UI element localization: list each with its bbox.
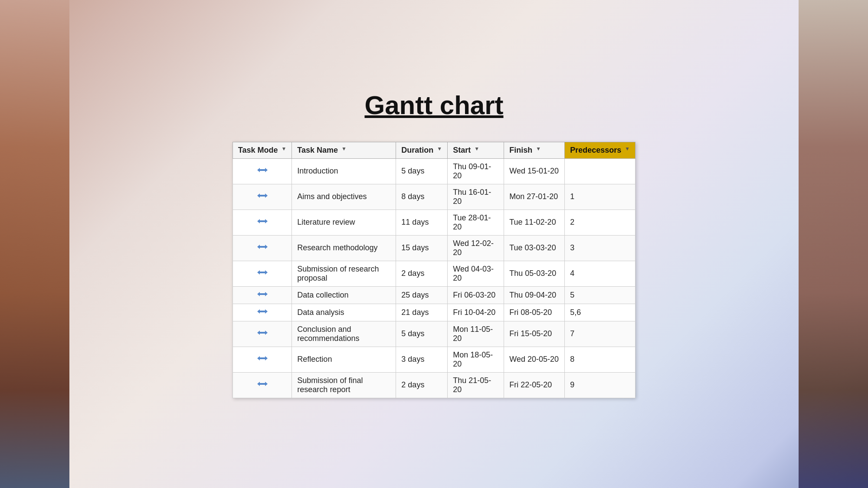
svg-marker-22: [257, 331, 260, 335]
finish-cell: Mon 27-01-20: [504, 184, 565, 210]
predecessors-cell: 8: [565, 347, 635, 372]
task-name-cell: Research methodology: [292, 235, 396, 261]
predecessors-cell: 2: [565, 210, 635, 235]
task-mode-cell: [233, 372, 292, 398]
svg-marker-20: [265, 309, 268, 314]
start-cell: Wed 04-03-20: [448, 261, 504, 286]
finish-filter-icon[interactable]: ▼: [536, 146, 541, 152]
duration-cell: 8 days: [396, 184, 448, 210]
finish-cell: Tue 11-02-20: [504, 210, 565, 235]
header-finish: Finish ▼: [504, 142, 565, 158]
svg-marker-5: [265, 193, 268, 198]
duration-cell: 21 days: [396, 304, 448, 321]
header-duration: Duration ▼: [396, 142, 448, 158]
predecessors-cell: 5,6: [565, 304, 635, 321]
duration-cell: 2 days: [396, 261, 448, 286]
task-mode-icon: [257, 243, 268, 253]
start-cell: Mon 11-05-20: [448, 321, 504, 347]
predecessors-cell: 1: [565, 184, 635, 210]
duration-cell: 3 days: [396, 347, 448, 372]
start-cell: Tue 28-01-20: [448, 210, 504, 235]
finish-cell: Fri 22-05-20: [504, 372, 565, 398]
task-mode-cell: [233, 158, 292, 184]
header-task-name: Task Name ▼: [292, 142, 396, 158]
page-container: Gantt chart Task Mode ▼ Task Name ▼: [0, 82, 868, 407]
table-row: Aims and objectives8 daysThu 16-01-20Mon…: [233, 184, 635, 210]
table-row: Conclusion and recommendations5 daysMon …: [233, 321, 635, 347]
header-predecessors: Predecessors ▼: [565, 142, 635, 158]
page-title: Gantt chart: [364, 90, 503, 120]
start-cell: Fri 06-03-20: [448, 286, 504, 304]
start-cell: Mon 18-05-20: [448, 347, 504, 372]
table-row: Data analysis21 daysFri 10-04-20Fri 08-0…: [233, 304, 635, 321]
duration-cell: 5 days: [396, 158, 448, 184]
start-cell: Thu 21-05-20: [448, 372, 504, 398]
table-row: Research methodology15 daysWed 12-02-20T…: [233, 235, 635, 261]
task-name-cell: Conclusion and recommendations: [292, 321, 396, 347]
start-cell: Fri 10-04-20: [448, 304, 504, 321]
duration-cell: 15 days: [396, 235, 448, 261]
svg-marker-8: [265, 219, 268, 223]
header-task-mode: Task Mode ▼: [233, 142, 292, 158]
task-name-cell: Literature review: [292, 210, 396, 235]
task-name-cell: Data analysis: [292, 304, 396, 321]
svg-marker-17: [265, 292, 268, 296]
svg-marker-4: [257, 193, 260, 198]
task-mode-cell: [233, 347, 292, 372]
task-mode-icon: [257, 192, 268, 202]
task-name-filter-icon[interactable]: ▼: [341, 146, 347, 152]
table-row: Submission of research proposal2 daysWed…: [233, 261, 635, 286]
start-cell: Wed 12-02-20: [448, 235, 504, 261]
start-filter-icon[interactable]: ▼: [474, 146, 479, 152]
task-mode-icon: [257, 329, 268, 339]
task-name-cell: Submission of final research report: [292, 372, 396, 398]
task-name-cell: Submission of research proposal: [292, 261, 396, 286]
gantt-table: Task Mode ▼ Task Name ▼ Duration ▼: [233, 142, 635, 398]
task-mode-icon: [257, 269, 268, 278]
svg-marker-28: [257, 382, 260, 386]
svg-marker-16: [257, 292, 260, 296]
task-mode-cell: [233, 304, 292, 321]
predecessors-cell: 5: [565, 286, 635, 304]
duration-filter-icon[interactable]: ▼: [437, 146, 442, 152]
task-mode-icon: [257, 354, 268, 364]
predecessors-cell: 7: [565, 321, 635, 347]
task-mode-cell: [233, 261, 292, 286]
task-name-cell: Introduction: [292, 158, 396, 184]
svg-marker-23: [265, 331, 268, 335]
task-mode-icon: [257, 308, 268, 318]
start-cell: Thu 09-01-20: [448, 158, 504, 184]
svg-marker-2: [265, 168, 268, 172]
predecessors-cell: 9: [565, 372, 635, 398]
predecessors-filter-icon[interactable]: ▼: [625, 146, 630, 152]
table-row: Reflection3 daysMon 18-05-20Wed 20-05-20…: [233, 347, 635, 372]
predecessors-cell: 3: [565, 235, 635, 261]
task-mode-cell: [233, 286, 292, 304]
svg-marker-26: [265, 356, 268, 360]
duration-cell: 5 days: [396, 321, 448, 347]
table-row: Data collection25 daysFri 06-03-20Thu 09…: [233, 286, 635, 304]
svg-marker-1: [257, 168, 260, 172]
svg-marker-13: [257, 270, 260, 275]
finish-cell: Fri 08-05-20: [504, 304, 565, 321]
start-cell: Thu 16-01-20: [448, 184, 504, 210]
svg-marker-29: [265, 382, 268, 386]
svg-marker-19: [257, 309, 260, 314]
task-mode-icon: [257, 290, 268, 300]
finish-cell: Wed 15-01-20: [504, 158, 565, 184]
table-row: Introduction5 daysThu 09-01-20Wed 15-01-…: [233, 158, 635, 184]
task-mode-icon: [257, 380, 268, 390]
task-name-cell: Data collection: [292, 286, 396, 304]
table-row: Submission of final research report2 day…: [233, 372, 635, 398]
finish-cell: Wed 20-05-20: [504, 347, 565, 372]
table-row: Literature review11 daysTue 28-01-20Tue …: [233, 210, 635, 235]
duration-cell: 2 days: [396, 372, 448, 398]
svg-marker-14: [265, 270, 268, 275]
task-mode-cell: [233, 210, 292, 235]
task-mode-cell: [233, 235, 292, 261]
finish-cell: Fri 15-05-20: [504, 321, 565, 347]
task-mode-cell: [233, 321, 292, 347]
task-mode-filter-icon[interactable]: ▼: [281, 146, 286, 152]
predecessors-cell: [565, 158, 635, 184]
task-mode-icon: [257, 217, 268, 227]
